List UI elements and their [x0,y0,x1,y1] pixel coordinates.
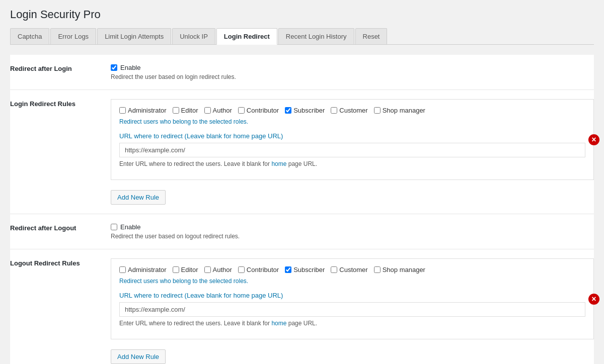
role-label-lgr-customer: Customer [339,266,367,274]
settings-row: Logout Redirect RulesAdministratorEditor… [10,249,594,364]
tab-login-redirect[interactable]: Login Redirect [216,28,277,45]
role-checkbox-lgr-editor[interactable] [173,266,179,273]
enable-row: Enable [111,64,594,71]
settings-row: Login Redirect RulesAdministratorEditorA… [10,89,594,214]
role-item-lr-administrator[interactable]: Administrator [119,107,167,114]
redirect-logout-description: Redirect the user based on logout redire… [111,233,594,240]
login-enable-checkbox[interactable] [111,64,117,71]
url-hint-home-link: home [271,320,286,327]
page-title: Login Security Pro [10,8,594,21]
url-label: URL where to redirect (Leave blank for h… [119,292,585,299]
settings-row: Redirect after LogoutEnableRedirect the … [10,214,594,249]
role-item-lr-subscriber[interactable]: Subscriber [285,107,325,114]
remove-rule-button[interactable] [588,134,599,145]
redirect-after-login-content: EnableRedirect the user based on login r… [111,64,594,80]
role-label-lgr-contributor: Contributor [247,266,279,274]
rules-box: AdministratorEditorAuthorContributorSubs… [111,258,594,339]
role-label-lgr-shopmanager: Shop manager [383,266,425,274]
add-logout-rule-button[interactable]: Add New Rule [111,349,166,364]
role-checkbox-lr-editor[interactable] [173,107,179,114]
role-checkbox-lr-subscriber[interactable] [285,107,291,114]
role-item-lgr-subscriber[interactable]: Subscriber [285,266,325,274]
settings-row-label: Login Redirect Rules [10,99,111,108]
tab-limit-login-attempts[interactable]: Limit Login Attempts [97,28,171,44]
role-label-lr-contributor: Contributor [247,107,279,114]
rules-outer-wrapper: AdministratorEditorAuthorContributorSubs… [111,99,594,180]
url-hint-home-link: home [271,160,286,167]
settings-row-label: Redirect after Login [10,64,111,72]
role-label-lr-customer: Customer [339,107,367,114]
role-item-lgr-editor[interactable]: Editor [173,266,198,274]
redirect-after-logout-content: EnableRedirect the user based on logout … [111,223,594,240]
url-hint: Enter URL where to redirect the users. L… [119,320,585,327]
url-input[interactable] [119,302,585,317]
role-checkbox-lr-shopmanager[interactable] [374,107,381,114]
role-item-lgr-administrator[interactable]: Administrator [119,266,167,274]
role-item-lr-editor[interactable]: Editor [173,107,198,114]
settings-row-label: Logout Redirect Rules [10,258,111,267]
tab-error-logs[interactable]: Error Logs [50,28,96,44]
logout-enable-label[interactable]: Enable [120,223,140,231]
rules-box: AdministratorEditorAuthorContributorSubs… [111,99,594,180]
role-checkbox-lr-contributor[interactable] [238,107,245,114]
nav-tabs: CaptchaError LogsLimit Login AttemptsUnl… [10,28,594,45]
remove-rule-button[interactable] [588,294,599,305]
role-checkbox-lgr-administrator[interactable] [119,266,126,273]
settings-section: Redirect after LoginEnableRedirect the u… [10,55,594,364]
tab-reset[interactable]: Reset [355,28,388,44]
role-checkbox-lgr-contributor[interactable] [238,266,245,273]
role-label-lr-author: Author [213,107,232,114]
tab-unlock-ip[interactable]: Unlock IP [172,28,215,44]
role-label-lr-editor: Editor [181,107,198,114]
add-login-rule-button[interactable]: Add New Rule [111,190,166,205]
roles-row: AdministratorEditorAuthorContributorSubs… [119,266,585,274]
url-hint: Enter URL where to redirect the users. L… [119,160,585,167]
role-item-lgr-customer[interactable]: Customer [331,266,367,274]
roles-description: Redirect users who belong to the selecte… [119,118,585,125]
logout-enable-checkbox[interactable] [111,224,117,230]
rules-outer-wrapper: AdministratorEditorAuthorContributorSubs… [111,258,594,339]
role-label-lgr-author: Author [213,266,232,274]
settings-row-label: Redirect after Logout [10,223,111,232]
login-redirect-rules-content: AdministratorEditorAuthorContributorSubs… [111,99,594,205]
role-label-lgr-subscriber: Subscriber [293,266,325,274]
role-label-lr-administrator: Administrator [128,107,167,114]
role-label-lgr-administrator: Administrator [128,266,167,274]
role-item-lgr-contributor[interactable]: Contributor [238,266,279,274]
tab-recent-login-history[interactable]: Recent Login History [278,28,354,44]
logout-enable-row: Enable [111,223,594,231]
role-checkbox-lgr-customer[interactable] [331,266,337,273]
role-checkbox-lgr-subscriber[interactable] [285,266,291,273]
tab-captcha[interactable]: Captcha [10,28,49,44]
url-label: URL where to redirect (Leave blank for h… [119,132,585,140]
redirect-login-description: Redirect the user based on login redirec… [111,73,594,80]
roles-row: AdministratorEditorAuthorContributorSubs… [119,107,585,114]
settings-row: Redirect after LoginEnableRedirect the u… [10,55,594,89]
url-input[interactable] [119,143,585,157]
roles-description: Redirect users who belong to the selecte… [119,278,585,285]
login-enable-label[interactable]: Enable [120,64,140,71]
role-checkbox-lr-customer[interactable] [331,107,337,114]
role-item-lgr-shopmanager[interactable]: Shop manager [374,266,425,274]
role-item-lr-author[interactable]: Author [204,107,232,114]
role-label-lr-subscriber: Subscriber [293,107,325,114]
role-item-lgr-author[interactable]: Author [204,266,232,274]
role-checkbox-lgr-author[interactable] [204,266,211,273]
page-wrapper: Login Security Pro CaptchaError LogsLimi… [0,0,604,364]
role-checkbox-lr-author[interactable] [204,107,211,114]
role-label-lgr-editor: Editor [181,266,198,274]
logout-redirect-rules-content: AdministratorEditorAuthorContributorSubs… [111,258,594,364]
role-item-lr-customer[interactable]: Customer [331,107,367,114]
role-checkbox-lgr-shopmanager[interactable] [374,266,381,273]
role-checkbox-lr-administrator[interactable] [119,107,126,114]
role-label-lr-shopmanager: Shop manager [383,107,425,114]
role-item-lr-contributor[interactable]: Contributor [238,107,279,114]
role-item-lr-shopmanager[interactable]: Shop manager [374,107,425,114]
